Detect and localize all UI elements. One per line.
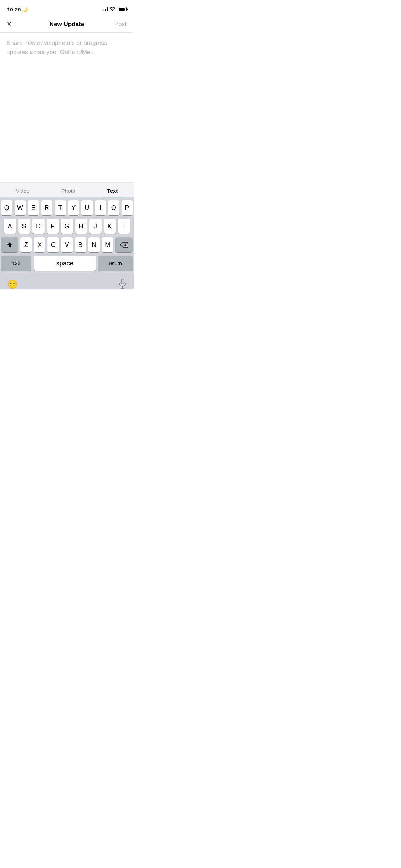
keyboard: Q W E R T Y U I O P A S D F G H J K L Z … <box>0 197 134 276</box>
mic-button[interactable] <box>119 279 127 289</box>
shift-key[interactable] <box>1 237 18 252</box>
key-v[interactable]: V <box>61 237 72 252</box>
nav-bar: × New Update Post <box>0 16 134 33</box>
key-e[interactable]: E <box>28 200 39 215</box>
key-d[interactable]: D <box>32 219 45 234</box>
toolbar-video[interactable]: Video <box>9 186 37 195</box>
keyboard-row-1: Q W E R T Y U I O P <box>1 200 133 215</box>
signal-bar-1 <box>102 10 103 11</box>
keyboard-row-3: Z X C V B N M <box>1 237 133 252</box>
emoji-button[interactable]: 🙂 <box>7 279 18 289</box>
key-b[interactable]: B <box>75 237 86 252</box>
key-t[interactable]: T <box>55 200 66 215</box>
key-n[interactable]: N <box>88 237 100 252</box>
key-w[interactable]: W <box>15 200 26 215</box>
num-key[interactable]: 123 <box>1 256 31 271</box>
update-placeholder: Share new developments or progress updat… <box>6 40 107 56</box>
key-q[interactable]: Q <box>1 200 12 215</box>
backspace-key[interactable] <box>115 237 133 252</box>
signal-bar-4 <box>107 7 108 11</box>
page-title: New Update <box>50 21 84 28</box>
wifi-icon <box>110 7 115 12</box>
keyboard-bottom-bar: 🙂 <box>0 276 134 289</box>
post-button[interactable]: Post <box>111 21 127 28</box>
key-j[interactable]: J <box>89 219 102 234</box>
signal-icon <box>102 7 108 11</box>
toolbar-photo[interactable]: Photo <box>54 186 82 195</box>
space-key[interactable]: space <box>34 256 96 271</box>
key-s[interactable]: S <box>18 219 30 234</box>
close-button[interactable]: × <box>7 20 23 28</box>
key-a[interactable]: A <box>4 219 16 234</box>
key-c[interactable]: C <box>47 237 59 252</box>
key-i[interactable]: I <box>95 200 106 215</box>
key-y[interactable]: Y <box>68 200 79 215</box>
status-bar: 10:20 🌙 <box>0 0 134 16</box>
toolbar-text[interactable]: Text <box>100 186 125 195</box>
keyboard-row-2: A S D F G H J K L <box>1 219 133 234</box>
signal-bar-2 <box>103 9 104 11</box>
svg-rect-0 <box>121 279 124 284</box>
key-x[interactable]: X <box>34 237 45 252</box>
status-icons <box>102 7 127 12</box>
key-f[interactable]: F <box>47 219 59 234</box>
battery-fill <box>119 8 125 11</box>
key-l[interactable]: L <box>118 219 130 234</box>
keyboard-row-4: 123 space return <box>1 256 133 271</box>
key-z[interactable]: Z <box>20 237 32 252</box>
key-u[interactable]: U <box>81 200 93 215</box>
media-toolbar: Video Photo Text <box>0 182 134 197</box>
key-r[interactable]: R <box>41 200 53 215</box>
key-o[interactable]: O <box>108 200 119 215</box>
moon-icon: 🌙 <box>22 7 28 12</box>
status-time: 10:20 🌙 <box>7 6 28 12</box>
key-g[interactable]: G <box>61 219 73 234</box>
key-m[interactable]: M <box>102 237 113 252</box>
time-label: 10:20 <box>7 6 21 12</box>
key-k[interactable]: K <box>104 219 116 234</box>
return-key[interactable]: return <box>98 256 133 271</box>
key-p[interactable]: P <box>122 200 133 215</box>
signal-bar-3 <box>105 9 106 11</box>
update-text-area[interactable]: Share new developments or progress updat… <box>0 33 134 182</box>
key-h[interactable]: H <box>75 219 87 234</box>
battery-icon <box>118 7 127 11</box>
